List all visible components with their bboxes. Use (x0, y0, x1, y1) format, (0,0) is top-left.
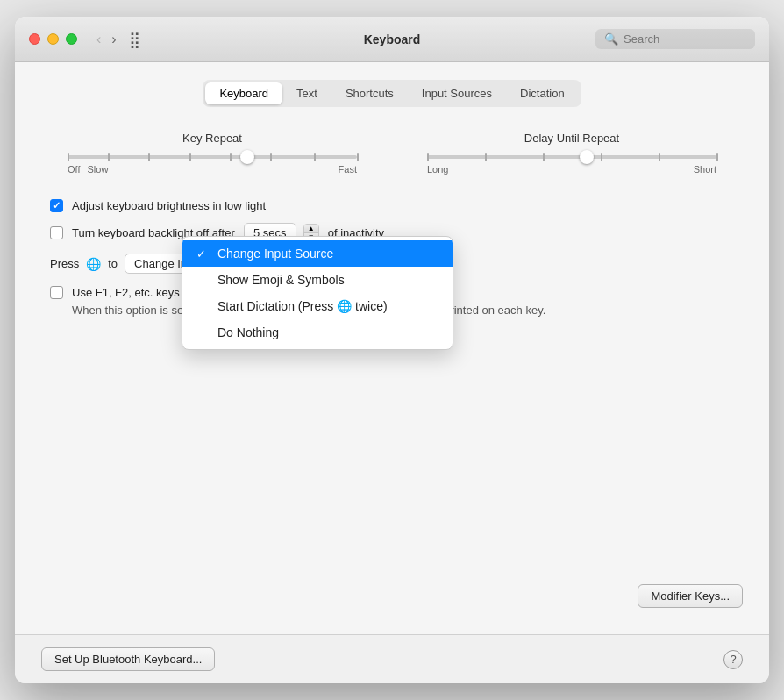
tab-input-sources[interactable]: Input Sources (408, 82, 506, 104)
globe-icon: 🌐 (86, 257, 101, 271)
tab-bar: Keyboard Text Shortcuts Input Sources Di… (203, 80, 581, 107)
maximize-button[interactable] (66, 33, 77, 45)
minimize-button[interactable] (47, 33, 59, 45)
search-box: 🔍 (595, 29, 755, 49)
dropdown-menu: ✓ Change Input Source Show Emoji & Symbo… (182, 236, 453, 350)
tab-keyboard[interactable]: Keyboard (205, 82, 282, 104)
key-repeat-thumb[interactable] (240, 150, 254, 164)
dropdown-item-change-input[interactable]: ✓ Change Input Source (182, 240, 453, 267)
modifier-keys-button[interactable]: Modifier Keys... (638, 584, 743, 608)
backlight-checkbox[interactable] (50, 226, 63, 239)
key-repeat-slow-label: Slow (87, 164, 108, 175)
delay-repeat-thumb[interactable] (580, 150, 594, 164)
delay-repeat-slider-container (427, 155, 716, 164)
dropdown-item-label: Do Nothing (217, 325, 279, 339)
bottom-buttons: Modifier Keys... (41, 575, 743, 617)
setup-bluetooth-button[interactable]: Set Up Bluetooth Keyboard... (41, 647, 215, 671)
delay-repeat-short-label: Short (694, 164, 716, 175)
brightness-row: Adjust keyboard brightness in low light (41, 199, 743, 212)
dropdown-item-label: Start Dictation (Press 🌐 twice) (217, 299, 388, 313)
forward-button[interactable]: › (108, 30, 119, 49)
tick (659, 153, 660, 161)
tick (357, 153, 359, 161)
nav-arrows: ‹ › (93, 30, 120, 49)
key-repeat-off-label: Off (68, 164, 80, 175)
tick (230, 153, 232, 161)
search-input[interactable] (624, 32, 746, 46)
tick (270, 153, 272, 161)
delay-repeat-group: Delay Until Repeat Long Short (427, 132, 716, 175)
help-button[interactable]: ? (723, 650, 743, 669)
tick (108, 153, 110, 161)
delay-repeat-track (427, 155, 716, 159)
tab-dictation[interactable]: Dictation (506, 82, 579, 104)
grid-icon[interactable]: ⣿ (129, 30, 140, 49)
key-repeat-label: Key Repeat (182, 132, 242, 145)
main-window: ‹ › ⣿ Keyboard 🔍 Keyboard Text Shortcuts… (15, 17, 769, 683)
dropdown-item-nothing[interactable]: Do Nothing (182, 319, 453, 346)
tick (485, 153, 487, 161)
dropdown-item-label: Change Input Source (217, 246, 333, 261)
footer-bar: Set Up Bluetooth Keyboard... ? (15, 634, 769, 683)
brightness-label: Adjust keyboard brightness in low light (72, 199, 266, 212)
key-repeat-range-labels: Off Slow Fast (68, 164, 357, 175)
tick (189, 153, 191, 161)
press-suffix: to (108, 257, 118, 270)
tab-shortcuts[interactable]: Shortcuts (331, 82, 408, 104)
stepper-up-button[interactable]: ▲ (304, 225, 318, 233)
dropdown-item-emoji[interactable]: Show Emoji & Symbols (182, 267, 453, 293)
delay-repeat-label: Delay Until Repeat (524, 132, 619, 145)
tab-text[interactable]: Text (282, 82, 331, 104)
traffic-lights (29, 33, 77, 45)
content-area: Keyboard Text Shortcuts Input Sources Di… (15, 62, 769, 634)
delay-repeat-range-labels: Long Short (427, 164, 716, 175)
dropdown-item-label: Show Emoji & Symbols (217, 273, 345, 287)
window-title: Keyboard (364, 32, 421, 46)
search-icon: 🔍 (604, 32, 618, 46)
dropdown-item-dictation[interactable]: Start Dictation (Press 🌐 twice) (182, 293, 453, 319)
tick (716, 153, 718, 161)
press-prefix: Press (50, 257, 79, 270)
delay-repeat-long-label: Long (427, 164, 448, 175)
tick (148, 153, 150, 161)
close-button[interactable] (29, 33, 40, 45)
tick (314, 153, 316, 161)
tick (427, 153, 429, 161)
brightness-checkbox[interactable] (50, 199, 63, 212)
key-repeat-track (68, 155, 357, 159)
back-button[interactable]: ‹ (93, 30, 104, 49)
key-repeat-slider-container (68, 155, 357, 164)
sliders-section: Key Repeat Off (41, 132, 743, 175)
key-repeat-fast-label: Fast (339, 164, 357, 175)
press-row: Press 🌐 to Change Input Source ✓ Change … (41, 254, 743, 274)
titlebar: ‹ › ⣿ Keyboard 🔍 (15, 17, 769, 62)
tick (68, 153, 69, 161)
key-repeat-group: Key Repeat Off (68, 132, 357, 175)
check-mark-icon: ✓ (196, 247, 210, 261)
f1-checkbox[interactable] (50, 286, 63, 299)
tick (543, 153, 545, 161)
tick (601, 153, 602, 161)
